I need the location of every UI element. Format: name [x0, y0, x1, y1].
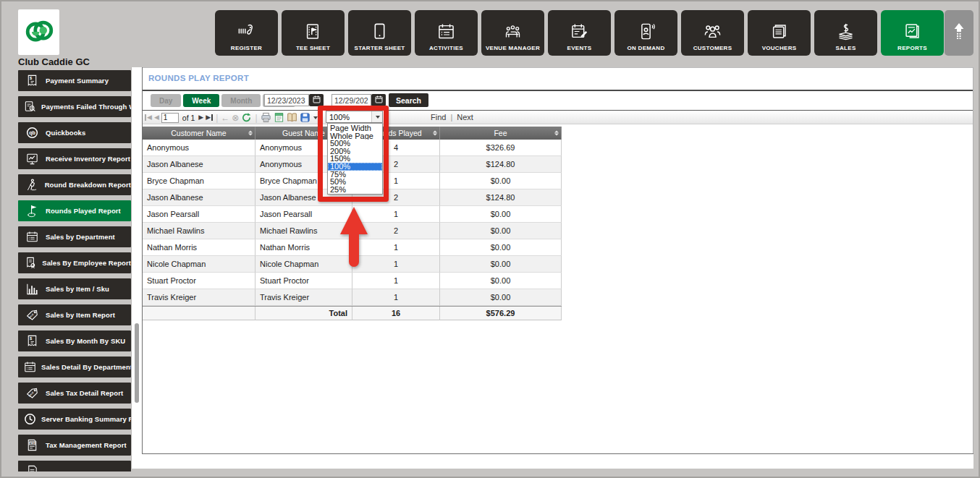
customer-name-cell: Travis Kreiger — [143, 289, 255, 306]
guest-name-cell: Nathan Morris — [255, 239, 352, 256]
column-header-label: Guest Name — [282, 129, 325, 137]
zoom-option-150-[interactable]: 150% — [328, 155, 382, 163]
last-page-button[interactable]: ▶ — [206, 114, 213, 121]
zoom-option-100-[interactable]: 100% — [328, 163, 382, 171]
zoom-option-page-width[interactable]: Page Width — [328, 124, 382, 132]
export-dropdown-caret[interactable] — [313, 116, 318, 119]
sidebar-item-sales-by-employee-report[interactable]: Sales By Employee Report — [18, 252, 131, 273]
start-date-input[interactable] — [264, 94, 309, 106]
next-page-button[interactable]: ▶ — [198, 114, 203, 121]
scroll-up-button[interactable] — [945, 10, 973, 56]
document-icon — [23, 464, 41, 471]
svg-text:$: $ — [30, 336, 33, 341]
nav-reports-button[interactable]: REPORTS — [881, 10, 944, 56]
app-window: Club Caddie GC REGISTERTEE SHEETSTARTER … — [0, 0, 980, 478]
sidebar-item-sales-by-month-by-sku[interactable]: $Sales By Month By SKU — [18, 330, 131, 351]
sidebar-item-quickbooks[interactable]: qbQuickbooks — [18, 122, 131, 143]
zoom-option-25-[interactable]: 25% — [328, 186, 382, 194]
guest-name-cell: Nicole Chapman — [255, 256, 352, 273]
table-row: Jason PearsallJason Pearsall1$0.00 — [143, 206, 562, 223]
back-button[interactable]: ← — [221, 114, 229, 122]
end-date-input[interactable] — [331, 94, 371, 106]
stop-button[interactable]: ⊗ — [232, 114, 239, 122]
print-button[interactable] — [261, 112, 271, 123]
nav-vouchers-button[interactable]: VOUCHERS — [748, 10, 811, 56]
zoom-option-75-[interactable]: 75% — [328, 171, 382, 179]
nav-activities-button[interactable]: ACTIVITIES — [415, 10, 478, 56]
previous-page-button[interactable]: ◀ — [154, 114, 159, 121]
nav-starter-sheet-button[interactable]: STARTER SHEET — [348, 10, 411, 56]
sidebar-item-sales-detail-by-department[interactable]: Sales Detail By Department — [18, 357, 131, 377]
nav-venue-manager-button[interactable]: VENUE MANAGER — [481, 10, 544, 56]
zoom-option-50-[interactable]: 50% — [328, 178, 382, 186]
range-button-week[interactable]: Week — [183, 94, 219, 107]
sidebar-item-label: Sales by Item Report — [46, 311, 115, 319]
first-page-button[interactable]: ◀ — [145, 114, 152, 121]
range-button-month[interactable]: Month — [221, 94, 261, 107]
end-date-calendar-button[interactable] — [371, 94, 386, 106]
tax-doc-icon: TAX — [23, 438, 41, 452]
zoom-option-whole-page[interactable]: Whole Page — [328, 132, 382, 140]
svg-text:$: $ — [30, 76, 33, 80]
sidebar-item-server-banking-summary-report[interactable]: Server Banking Summary Report — [18, 409, 131, 430]
zoom-option-200-[interactable]: 200% — [328, 148, 382, 155]
sidebar-item-tax-management-report[interactable]: TAXTax Management Report — [18, 435, 131, 456]
nav-sales-button[interactable]: SALES — [814, 10, 877, 56]
nav-on-demand-button[interactable]: ON DEMAND — [614, 10, 677, 56]
column-header-fee[interactable]: Fee — [440, 127, 562, 140]
rounds-played-cell: 1 — [352, 239, 440, 256]
fee-cell: $0.00 — [440, 256, 562, 273]
range-button-day[interactable]: Day — [151, 94, 181, 107]
clock-icon — [23, 412, 37, 426]
zoom-select[interactable]: 100% — [326, 111, 383, 123]
current-page-input[interactable] — [161, 113, 179, 123]
nav-register-button[interactable]: REGISTER — [215, 10, 278, 56]
barcode-scanner-icon — [237, 18, 256, 44]
sidebar-item-sales-by-item-sku[interactable]: Sales by Item / Sku — [18, 278, 131, 299]
sidebar-item-sales-tax-detail-report[interactable]: SALESales Tax Detail Report — [18, 383, 131, 404]
search-button[interactable]: Search — [389, 93, 428, 107]
calendar-list-icon — [23, 230, 41, 244]
next-link[interactable]: Next — [457, 113, 473, 121]
sidebar-item-receive-inventory-report[interactable]: Receive Inventory Report — [18, 148, 131, 169]
total-rounds: 16 — [352, 307, 440, 320]
sidebar-scrollbar-thumb[interactable] — [135, 323, 139, 403]
table-row: Nathan MorrisNathan Morris1$0.00 — [143, 239, 562, 256]
sidebar-item-label: Quickbooks — [46, 129, 85, 137]
total-fee: $576.29 — [440, 307, 562, 320]
page-setup-button[interactable] — [287, 112, 297, 123]
page-count-label: of 1 — [182, 114, 195, 122]
report-chart-icon — [903, 18, 922, 44]
arrow-up-icon — [951, 21, 967, 46]
sidebar-item-label: Sales By Employee Report — [42, 259, 131, 267]
zoom-option-500-[interactable]: 500% — [328, 140, 382, 148]
sidebar-item-label: Server Banking Summary Report — [41, 415, 131, 423]
sidebar-item-sales-by-item-report[interactable]: SALESales by Item Report — [18, 304, 131, 325]
find-link[interactable]: Find — [431, 113, 446, 121]
nav-customers-button[interactable]: CUSTOMERS — [681, 10, 744, 56]
print-layout-button[interactable] — [274, 112, 284, 123]
find-next-separator: | — [450, 113, 452, 121]
sidebar-item-partial[interactable] — [18, 461, 131, 471]
nav-button-label: VOUCHERS — [762, 45, 797, 51]
sidebar-item-payments-failed-through-wallet[interactable]: Payments Failed Through Wallet — [18, 96, 131, 117]
start-date-calendar-button[interactable] — [309, 94, 324, 106]
golf-flag-icon — [23, 204, 41, 218]
venue-people-icon — [503, 18, 523, 44]
column-header-customer-name[interactable]: Customer Name — [143, 127, 255, 140]
export-button[interactable] — [300, 112, 311, 123]
calendar-list-icon — [23, 360, 37, 374]
nav-events-button[interactable]: EVENTS — [548, 10, 611, 56]
refresh-button[interactable] — [241, 112, 252, 123]
sidebar-item-rounds-played-report[interactable]: Rounds Played Report — [18, 200, 131, 221]
sale-tag-icon: SALE — [23, 386, 41, 400]
nav-button-label: REGISTER — [231, 45, 262, 51]
nav-tee-sheet-button[interactable]: TEE SHEET — [282, 10, 345, 56]
wallet-failed-icon — [23, 100, 37, 114]
sidebar-item-round-breakdown-report[interactable]: Round Breakdown Report — [18, 174, 131, 195]
nav-button-label: SALES — [835, 45, 856, 51]
zoom-dropdown-button[interactable] — [371, 111, 382, 122]
sidebar-item-payment-summary[interactable]: $Payment Summary — [18, 70, 131, 91]
sidebar-item-sales-by-department[interactable]: Sales by Department — [18, 226, 131, 247]
fee-cell: $0.00 — [440, 273, 562, 289]
